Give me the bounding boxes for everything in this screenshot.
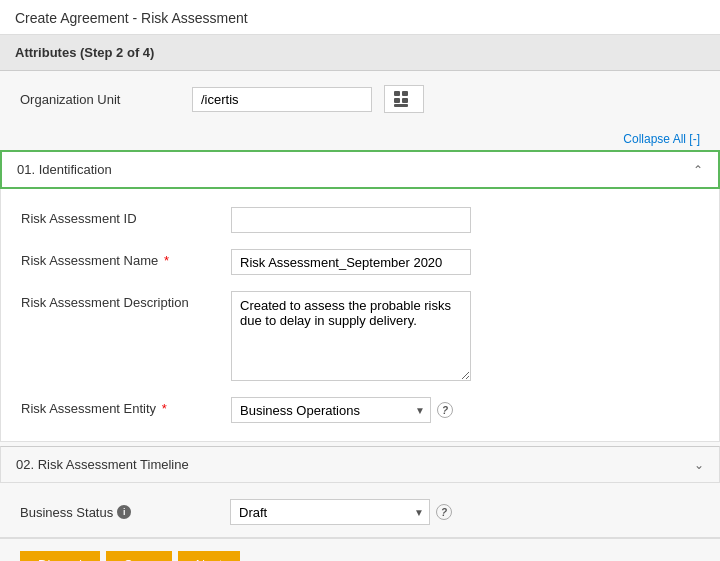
- section1-chevron-icon: ⌃: [693, 163, 703, 177]
- section1-body: Risk Assessment ID Risk Assessment Name …: [0, 189, 720, 442]
- section2-chevron-icon: ⌄: [694, 458, 704, 472]
- svg-rect-1: [402, 91, 408, 96]
- risk-name-input[interactable]: [231, 249, 471, 275]
- org-unit-row: Organization Unit: [0, 71, 720, 127]
- risk-description-row: Risk Assessment Description Created to a…: [1, 283, 719, 389]
- business-status-label: Business Status i: [20, 505, 230, 520]
- risk-entity-required: *: [158, 401, 167, 416]
- business-status-select-container: Draft Active Inactive ▼: [230, 499, 430, 525]
- section2-header[interactable]: 02. Risk Assessment Timeline ⌄: [0, 446, 720, 483]
- discard-button[interactable]: Discard: [20, 551, 100, 561]
- org-picker-button[interactable]: [384, 85, 424, 113]
- svg-rect-4: [394, 104, 408, 107]
- collapse-all-link[interactable]: Collapse All [-]: [623, 132, 700, 146]
- org-unit-input[interactable]: [192, 87, 372, 112]
- risk-id-input[interactable]: [231, 207, 471, 233]
- risk-name-label: Risk Assessment Name *: [21, 249, 231, 268]
- risk-entity-select[interactable]: Business Operations Finance Legal Operat…: [231, 397, 431, 423]
- section2-title: 02. Risk Assessment Timeline: [16, 457, 189, 472]
- business-status-help-icon[interactable]: ?: [436, 504, 452, 520]
- svg-rect-3: [402, 98, 408, 103]
- step-header: Attributes (Step 2 of 4): [0, 35, 720, 71]
- risk-name-required: *: [160, 253, 169, 268]
- risk-description-textarea[interactable]: Created to assess the probable risks due…: [231, 291, 471, 381]
- svg-rect-0: [394, 91, 400, 96]
- risk-name-row: Risk Assessment Name *: [1, 241, 719, 283]
- risk-id-label: Risk Assessment ID: [21, 207, 231, 226]
- org-picker-icon: [393, 90, 415, 108]
- business-status-info-icon[interactable]: i: [117, 505, 131, 519]
- business-status-row: Business Status i Draft Active Inactive …: [0, 487, 720, 538]
- org-unit-label: Organization Unit: [20, 92, 180, 107]
- page-title: Create Agreement - Risk Assessment: [0, 0, 720, 35]
- section1-title: 01. Identification: [17, 162, 112, 177]
- next-button[interactable]: Next: [178, 551, 241, 561]
- collapse-all-row: Collapse All [-]: [0, 127, 720, 150]
- business-status-select-wrapper: Draft Active Inactive ▼ ?: [230, 499, 452, 525]
- risk-entity-row: Risk Assessment Entity * Business Operat…: [1, 389, 719, 431]
- risk-id-row: Risk Assessment ID: [1, 199, 719, 241]
- save-button[interactable]: Save: [106, 551, 172, 561]
- risk-entity-label: Risk Assessment Entity *: [21, 397, 231, 416]
- risk-entity-help-icon[interactable]: ?: [437, 402, 453, 418]
- risk-entity-select-container: Business Operations Finance Legal Operat…: [231, 397, 431, 423]
- section1-header[interactable]: 01. Identification ⌃: [0, 150, 720, 189]
- footer-buttons: Discard Save Next: [0, 538, 720, 561]
- risk-description-label: Risk Assessment Description: [21, 291, 231, 310]
- svg-rect-2: [394, 98, 400, 103]
- business-status-select[interactable]: Draft Active Inactive: [230, 499, 430, 525]
- risk-entity-select-wrapper: Business Operations Finance Legal Operat…: [231, 397, 453, 423]
